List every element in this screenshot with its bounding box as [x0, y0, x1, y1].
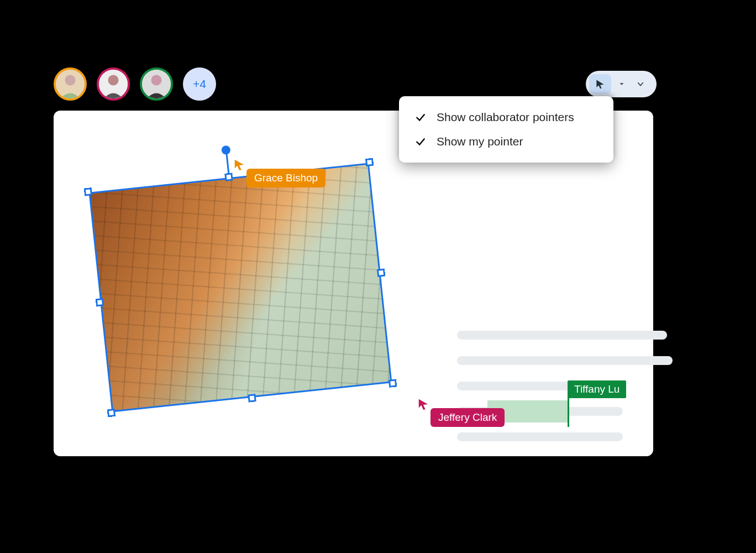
- resize-handle-br[interactable]: [389, 379, 397, 387]
- placeholder-line: [457, 432, 623, 441]
- toolbar-expand[interactable]: [632, 74, 649, 94]
- avatar-1[interactable]: [54, 67, 87, 101]
- avatar-overflow[interactable]: +4: [183, 67, 216, 101]
- collaborator-cursor-grace: Grace Bishop: [233, 159, 245, 171]
- resize-handle-tl[interactable]: [84, 187, 92, 196]
- cursor-tool-dropdown[interactable]: [613, 74, 630, 94]
- chevron-down-icon: [636, 80, 645, 88]
- caret-down-icon: [618, 80, 626, 88]
- resize-handle-tr[interactable]: [365, 158, 374, 166]
- collaborator-avatars: +4: [54, 67, 216, 101]
- collaborator-cursor-jeffery: Jeffery Clark: [417, 398, 429, 410]
- collaborator-caret: [568, 397, 569, 427]
- avatar-3[interactable]: [140, 67, 173, 101]
- check-icon: [414, 135, 427, 148]
- resize-handle-bl[interactable]: [107, 409, 116, 417]
- menu-item-label: Show my pointer: [437, 135, 523, 148]
- text-placeholder-block: Tiffany Lu: [457, 331, 673, 458]
- selected-image[interactable]: [88, 163, 392, 412]
- cursor-icon: [595, 79, 606, 90]
- cursor-tool-button[interactable]: [589, 74, 611, 94]
- svg-point-5: [151, 75, 161, 86]
- app-stage: +4 Tiffany: [0, 0, 756, 553]
- placeholder-line: [457, 356, 673, 365]
- cursor-icon: [233, 159, 245, 171]
- cursor-icon: [417, 398, 429, 410]
- avatar-placeholder-icon: [99, 70, 128, 98]
- collaborator-name-pill: Jeffery Clark: [431, 408, 505, 427]
- selection-outline: [88, 163, 392, 412]
- avatar-placeholder-icon: [142, 70, 171, 98]
- check-icon: [414, 111, 427, 123]
- resize-handle-ml[interactable]: [96, 298, 104, 306]
- collaborator-name-pill: Grace Bishop: [246, 169, 326, 187]
- placeholder-line: [457, 331, 667, 340]
- resize-handle-tm[interactable]: [224, 173, 233, 181]
- pointer-toolbar: [586, 71, 657, 97]
- resize-handle-mr[interactable]: [377, 269, 385, 277]
- svg-point-1: [65, 75, 75, 86]
- menu-item-show-collaborator-pointers[interactable]: Show collaborator pointers: [399, 105, 613, 129]
- avatar-placeholder-icon: [56, 70, 85, 98]
- avatar-2[interactable]: [97, 67, 130, 101]
- collaborator-caret-label: Tiffany Lu: [568, 380, 626, 398]
- avatar-overflow-label: +4: [193, 77, 206, 91]
- menu-item-label: Show collaborator pointers: [437, 111, 574, 124]
- resize-handle-bm[interactable]: [248, 394, 256, 402]
- menu-item-show-my-pointer[interactable]: Show my pointer: [399, 129, 613, 154]
- svg-point-3: [108, 75, 118, 86]
- pointer-options-menu: Show collaborator pointers Show my point…: [399, 96, 613, 163]
